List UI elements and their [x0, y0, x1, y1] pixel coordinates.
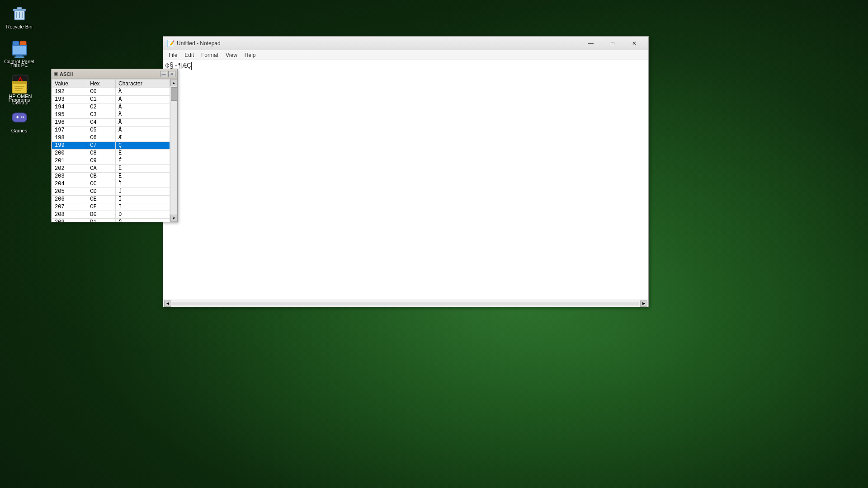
cell-hex: C1: [87, 96, 116, 103]
this-pc-icon[interactable]: This PC: [2, 41, 36, 70]
ascii-window: ▣ ASCII — ✕ Value Hex Character: [51, 69, 178, 222]
cell-char: Ð: [115, 211, 170, 219]
notepad-menu-help[interactable]: Help: [241, 51, 259, 59]
svg-point-26: [23, 117, 24, 118]
recycle-bin-image: [10, 4, 28, 22]
cell-char: Î: [115, 196, 170, 203]
this-pc-label: This PC: [10, 62, 28, 68]
svg-rect-18: [12, 81, 27, 84]
scroll-left-button[interactable]: ◀: [164, 300, 171, 307]
cell-value: 198: [52, 134, 87, 142]
cell-value: 200: [52, 150, 87, 157]
table-row[interactable]: 208D0Ð: [52, 211, 170, 219]
h-scroll-track[interactable]: [172, 302, 639, 305]
this-pc-image: [10, 42, 28, 61]
desktop: Recycle Bin Control Panel H: [0, 0, 868, 488]
cell-value: 196: [52, 119, 87, 127]
scroll-track[interactable]: [170, 86, 177, 215]
table-row[interactable]: 209D1Ñ: [52, 219, 170, 222]
scroll-down-button[interactable]: ▼: [170, 215, 178, 222]
cell-char: À: [115, 88, 170, 96]
notepad-text-area[interactable]: ¢§-¶ÆÇ​: [163, 60, 648, 300]
table-row[interactable]: 206CEÎ: [52, 196, 170, 203]
cell-char: È: [115, 150, 170, 157]
cell-value: 201: [52, 157, 87, 165]
table-row[interactable]: 193C1Á: [52, 96, 170, 103]
table-row[interactable]: 202CAÊ: [52, 165, 170, 173]
notepad-minimize-button[interactable]: —: [580, 37, 601, 50]
notepad-title: Untitled - Notepad: [177, 40, 580, 47]
scroll-up-button[interactable]: ▲: [170, 79, 178, 86]
svg-rect-20: [14, 88, 23, 89]
cell-hex: C6: [87, 134, 116, 142]
cell-char: Ñ: [115, 219, 170, 222]
table-row[interactable]: 200C8È: [52, 150, 170, 157]
svg-rect-16: [14, 56, 24, 58]
cell-value: 193: [52, 96, 87, 103]
table-row[interactable]: 195C3Ã: [52, 111, 170, 119]
ascii-table-scroll[interactable]: Value Hex Character 192C0À193C1Á194C2Â19…: [52, 79, 170, 222]
cell-hex: C8: [87, 150, 116, 157]
ascii-close-button[interactable]: ✕: [168, 71, 175, 77]
cell-char: Á: [115, 96, 170, 103]
ascii-titlebar[interactable]: ▣ ASCII — ✕: [52, 69, 177, 79]
notepad-maximize-button[interactable]: □: [602, 37, 623, 50]
table-row[interactable]: 199C7Ç: [52, 142, 170, 150]
cell-char: Â: [115, 103, 170, 111]
cell-hex: C4: [87, 119, 116, 127]
cell-hex: C5: [87, 127, 116, 134]
cell-value: 204: [52, 180, 87, 188]
cell-value: 199: [52, 142, 87, 150]
notepad-menu-format[interactable]: Format: [198, 51, 222, 59]
cell-char: Å: [115, 127, 170, 134]
notepad-menu-view[interactable]: View: [222, 51, 241, 59]
table-row[interactable]: 201C9É: [52, 157, 170, 165]
ascii-window-controls: — ✕: [160, 71, 175, 77]
table-row[interactable]: 205CDÍ: [52, 188, 170, 196]
cell-char: Í: [115, 188, 170, 196]
table-row[interactable]: 192C0À: [52, 88, 170, 96]
table-row[interactable]: 197C5Å: [52, 127, 170, 134]
ascii-minimize-button[interactable]: —: [160, 71, 167, 77]
notepad-menu-edit[interactable]: Edit: [181, 51, 198, 59]
table-row[interactable]: 196C4Ä: [52, 119, 170, 127]
table-row[interactable]: 194C2Â: [52, 103, 170, 111]
table-row[interactable]: 207CFÏ: [52, 203, 170, 211]
notepad-titlebar[interactable]: 📝 Untitled - Notepad — □ ✕: [163, 37, 648, 50]
games-image: [10, 108, 28, 126]
scroll-right-button[interactable]: ▶: [640, 300, 647, 307]
scroll-thumb[interactable]: [171, 87, 177, 101]
svg-rect-19: [14, 86, 24, 87]
notepad-icon: 📝: [167, 40, 174, 47]
cell-char: Ë: [115, 173, 170, 180]
cell-hex: CE: [87, 196, 116, 203]
svg-rect-22: [12, 113, 27, 122]
notepad-menu-file[interactable]: File: [165, 51, 181, 59]
recycle-bin-icon[interactable]: Recycle Bin: [2, 2, 36, 32]
table-row[interactable]: 204CCÌ: [52, 180, 170, 188]
svg-rect-2: [17, 7, 22, 9]
notepad-horizontal-scrollbar[interactable]: ◀ ▶: [163, 300, 648, 307]
programs-icon[interactable]: Programs: [2, 75, 36, 105]
cell-char: Æ: [115, 134, 170, 142]
table-row[interactable]: 203CBË: [52, 173, 170, 180]
cell-hex: CB: [87, 173, 116, 180]
cell-hex: D0: [87, 211, 116, 219]
cell-char: Ì: [115, 180, 170, 188]
cell-value: 206: [52, 196, 87, 203]
cell-value: 194: [52, 103, 87, 111]
cell-hex: C9: [87, 157, 116, 165]
cell-value: 192: [52, 88, 87, 96]
recycle-bin-label: Recycle Bin: [6, 24, 32, 30]
cell-value: 209: [52, 219, 87, 222]
programs-label: Programs: [9, 97, 30, 103]
notepad-close-button[interactable]: ✕: [624, 37, 645, 50]
cell-char: Ï: [115, 203, 170, 211]
svg-rect-21: [14, 90, 21, 91]
cell-hex: CA: [87, 165, 116, 173]
table-row[interactable]: 198C6Æ: [52, 134, 170, 142]
cell-hex: C7: [87, 142, 116, 150]
cell-char: Ä: [115, 119, 170, 127]
ascii-vertical-scrollbar[interactable]: ▲ ▼: [170, 79, 177, 222]
games-icon[interactable]: Games: [2, 106, 36, 136]
